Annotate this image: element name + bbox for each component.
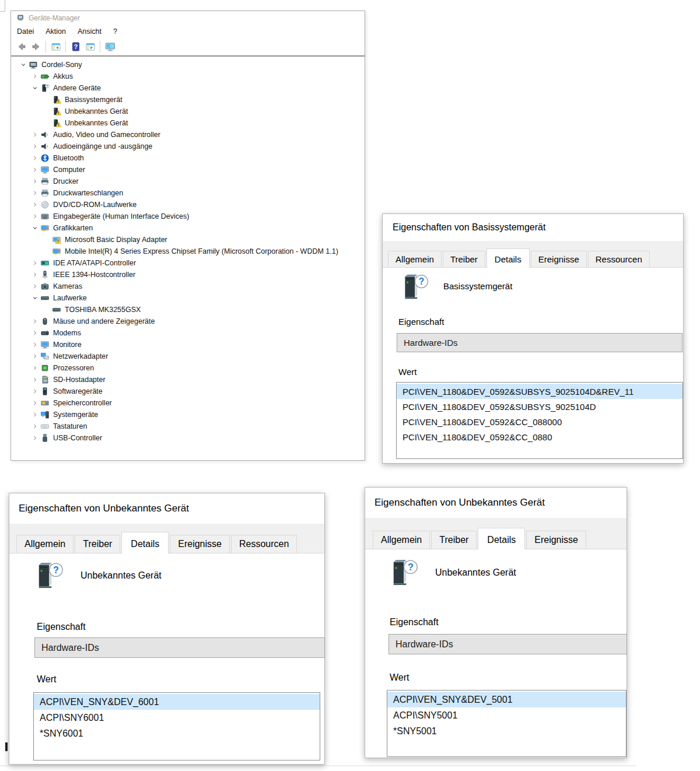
- tree-item-unbekanntes-geraet-1[interactable]: Unbekanntes Gerät: [11, 106, 365, 117]
- tree-item-systemgeraete[interactable]: Systemgeräte: [11, 409, 365, 420]
- tree-item-ms-basic-display[interactable]: Microsoft Basic Display Adapter: [11, 234, 365, 246]
- value-item[interactable]: ACPI\SNY6001: [34, 710, 320, 726]
- tree-item-sd-hostadapter[interactable]: SD-Hostadapter: [11, 374, 365, 386]
- value-item[interactable]: ACPI\SNY5001: [387, 707, 626, 723]
- chevron-right-icon[interactable]: [30, 200, 40, 209]
- chevron-right-icon[interactable]: [30, 328, 40, 338]
- tree-item-laufwerke[interactable]: Laufwerke: [11, 292, 365, 304]
- tree-item-ieee-1394[interactable]: IEEE 1394-Hostcontroller: [11, 269, 365, 281]
- tree-item-softwaregeraete[interactable]: Softwaregeräte: [11, 386, 365, 397]
- tab-treiber[interactable]: Treiber: [443, 251, 485, 267]
- menu-ansicht[interactable]: Ansicht: [78, 27, 102, 36]
- tree-item-mobile-intel[interactable]: Mobile Intel(R) 4 Series Express Chipset…: [11, 246, 365, 257]
- tree-item-dvd-cdrom[interactable]: DVD/CD-ROM-Laufwerke: [11, 199, 365, 211]
- tree-item-usb-controller[interactable]: USB-Controller: [11, 432, 365, 444]
- chevron-right-icon[interactable]: [30, 282, 40, 291]
- tree-item-cordel-sony[interactable]: Cordel-Sony: [11, 59, 365, 71]
- property-combobox[interactable]: Hardware-IDs: [397, 333, 682, 352]
- chevron-right-icon[interactable]: [30, 433, 40, 443]
- tree-item-eingabegeraete[interactable]: Eingabegeräte (Human Interface Devices): [11, 211, 365, 222]
- value-list[interactable]: ACPI\VEN_SNY&DEV_5001 ACPI\SNY5001 *SNY5…: [387, 690, 626, 757]
- tree-item-speichercontroller[interactable]: Speichercontroller: [11, 397, 365, 409]
- tab-details[interactable]: Details: [487, 248, 530, 268]
- tree-item-unbekanntes-geraet-2[interactable]: Unbekanntes Gerät: [11, 117, 365, 129]
- menu-aktion[interactable]: Aktion: [46, 27, 66, 36]
- chevron-right-icon[interactable]: [30, 72, 40, 81]
- chevron-right-icon[interactable]: [30, 212, 40, 221]
- chevron-right-icon[interactable]: [30, 363, 40, 373]
- forward-button[interactable]: [29, 40, 43, 54]
- tab-ereignisse[interactable]: Ereignisse: [170, 535, 230, 553]
- tab-allgemein[interactable]: Allgemein: [16, 535, 74, 553]
- chevron-right-icon[interactable]: [30, 153, 40, 163]
- tab-allgemein[interactable]: Allgemein: [373, 531, 430, 549]
- value-item-selected[interactable]: ACPI\VEN_SNY&DEV_6001: [34, 694, 320, 710]
- chevron-down-icon[interactable]: [18, 60, 29, 69]
- chevron-right-icon[interactable]: [30, 410, 40, 419]
- dialog-titlebar[interactable]: Eigenschaften von Unbekanntes Gerät: [365, 488, 626, 518]
- tab-details[interactable]: Details: [478, 528, 525, 549]
- property-combobox[interactable]: Hardware-IDs: [388, 634, 627, 654]
- tree-item-grafikkarten[interactable]: Grafikkarten: [11, 222, 365, 234]
- value-list[interactable]: ACPI\VEN_SNY&DEV_6001 ACPI\SNY6001 *SNY6…: [33, 692, 320, 761]
- tab-treiber[interactable]: Treiber: [431, 531, 477, 549]
- dialog-titlebar[interactable]: Eigenschaften von Basissystemgerät: [383, 214, 683, 241]
- tab-allgemein[interactable]: Allgemein: [388, 251, 442, 267]
- help-button[interactable]: [68, 40, 83, 54]
- tree-item-ide-ata[interactable]: IDE ATA/ATAPI-Controller: [11, 257, 365, 269]
- value-item[interactable]: PCI\VEN_1180&DEV_0592&CC_0880: [397, 429, 682, 444]
- tree-item-akkus[interactable]: Akkus: [11, 71, 365, 82]
- value-item-selected[interactable]: ACPI\VEN_SNY&DEV_5001: [387, 692, 626, 707]
- chevron-right-icon[interactable]: [30, 177, 40, 186]
- tree-item-druckwarteschlangen[interactable]: Druckwarteschlangen: [11, 187, 365, 199]
- tree-item-monitore[interactable]: Monitore: [11, 339, 365, 351]
- chevron-right-icon[interactable]: [30, 375, 40, 384]
- tree-item-basissystemgeraet[interactable]: Basissystemgerät: [11, 94, 365, 106]
- devices-view-button[interactable]: [103, 40, 117, 54]
- tab-ereignisse[interactable]: Ereignisse: [526, 531, 586, 549]
- chevron-right-icon[interactable]: [30, 188, 40, 198]
- tree-item-prozessoren[interactable]: Prozessoren: [11, 362, 365, 374]
- chevron-down-icon[interactable]: [30, 223, 40, 233]
- chevron-right-icon[interactable]: [30, 422, 40, 431]
- chevron-right-icon[interactable]: [30, 270, 40, 279]
- tree-item-kameras[interactable]: Kameras: [11, 281, 365, 292]
- tree-item-audio-video-gamecontroller[interactable]: Audio, Video und Gamecontroller: [11, 129, 365, 141]
- value-list[interactable]: PCI\VEN_1180&DEV_0592&SUBSYS_9025104D&RE…: [396, 382, 683, 459]
- tree-item-audioeingaenge[interactable]: Audioeingänge und -ausgänge: [11, 141, 365, 152]
- chevron-right-icon[interactable]: [30, 165, 40, 174]
- window-titlebar[interactable]: Geräte-Manager: [11, 11, 365, 25]
- tree-item-maeuse[interactable]: Mäuse und andere Zeigegeräte: [11, 316, 365, 327]
- dialog-titlebar[interactable]: Eigenschaften von Unbekanntes Gerät: [9, 493, 324, 524]
- tab-ressourcen[interactable]: Ressourcen: [588, 251, 650, 267]
- value-item-selected[interactable]: PCI\VEN_1180&DEV_0592&SUBSYS_9025104D&RE…: [397, 384, 682, 399]
- chevron-right-icon[interactable]: [30, 130, 40, 139]
- chevron-right-icon[interactable]: [30, 258, 40, 268]
- chevron-down-icon[interactable]: [30, 293, 40, 303]
- chevron-right-icon[interactable]: [30, 340, 40, 349]
- tree-item-modems[interactable]: Modems: [11, 327, 365, 339]
- menu-help[interactable]: ?: [113, 27, 117, 36]
- tab-ressourcen[interactable]: Ressourcen: [231, 535, 297, 553]
- chevron-right-icon[interactable]: [30, 398, 40, 408]
- chevron-down-icon[interactable]: [30, 83, 40, 93]
- action-pane-button[interactable]: [83, 40, 97, 54]
- tree-item-andere-geraete[interactable]: Andere Geräte: [11, 82, 365, 94]
- chevron-right-icon[interactable]: [30, 352, 40, 361]
- value-item[interactable]: *SNY5001: [387, 723, 626, 739]
- console-tree-button[interactable]: [48, 40, 63, 54]
- tree-item-netzwerkadapter[interactable]: Netzwerkadapter: [11, 351, 365, 362]
- tree-item-toshiba[interactable]: TOSHIBA MK3255GSX: [11, 304, 365, 316]
- tab-details[interactable]: Details: [121, 532, 169, 553]
- tab-treiber[interactable]: Treiber: [75, 535, 120, 553]
- chevron-right-icon[interactable]: [30, 317, 40, 326]
- tree-item-drucker[interactable]: Drucker: [11, 176, 365, 187]
- tree-item-bluetooth[interactable]: Bluetooth: [11, 152, 365, 164]
- value-item[interactable]: PCI\VEN_1180&DEV_0592&CC_088000: [397, 414, 682, 429]
- back-button[interactable]: [14, 40, 29, 54]
- tab-ereignisse[interactable]: Ereignisse: [531, 251, 587, 267]
- value-item[interactable]: *SNY6001: [34, 726, 320, 741]
- chevron-right-icon[interactable]: [30, 142, 40, 151]
- value-item[interactable]: PCI\VEN_1180&DEV_0592&SUBSYS_9025104D: [397, 399, 682, 414]
- menu-datei[interactable]: Datei: [17, 27, 34, 36]
